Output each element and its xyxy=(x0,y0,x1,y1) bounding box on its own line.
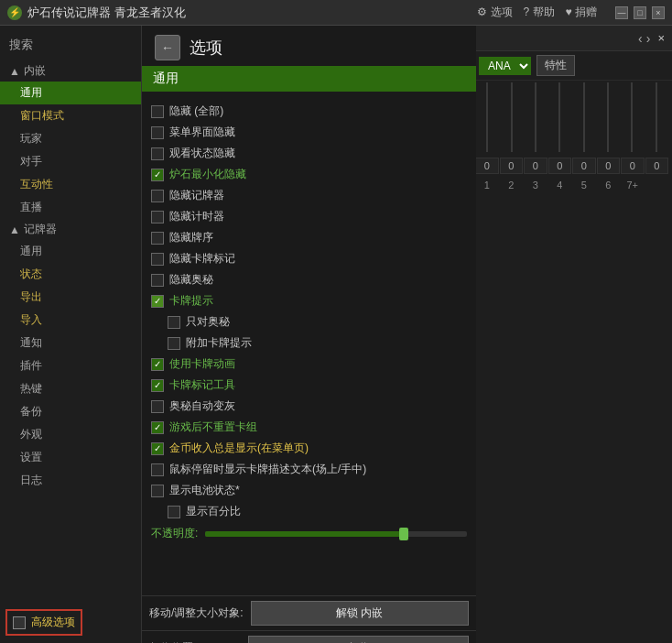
opacity-track[interactable] xyxy=(205,531,467,537)
section-header-embedded[interactable]: ▲ 内嵌 xyxy=(0,60,141,82)
sidebar-search[interactable]: 搜索 xyxy=(0,33,141,60)
sub-nav-arrows: ‹ › xyxy=(638,31,650,46)
sidebar-item-tracker-log[interactable]: 日志 xyxy=(0,469,141,492)
sidebar-item-tracker-notify[interactable]: 通知 xyxy=(0,332,141,354)
sidebar-item-tracker-status[interactable]: 状态 xyxy=(0,263,141,286)
sidebar-item-general[interactable]: 通用 xyxy=(0,82,141,104)
cb-row-card-hint: 卡牌提示 xyxy=(149,290,469,311)
cb-no-reset[interactable] xyxy=(151,421,164,434)
cb-row-hover-desc: 鼠标停留时显示卡牌描述文本(场上/手中) xyxy=(149,459,469,480)
count-7: 0 xyxy=(645,158,669,174)
cb-row-hide-mark: 隐藏卡牌标记 xyxy=(149,248,469,269)
cb-card-mark-tool[interactable] xyxy=(151,379,164,392)
cb-hide-order[interactable] xyxy=(151,232,164,245)
cb-hide-mark[interactable] xyxy=(151,253,164,266)
options-header: ← 选项 xyxy=(142,26,476,66)
cb-secret-gray[interactable] xyxy=(151,400,164,413)
advanced-label: 高级选项 xyxy=(31,615,75,630)
cb-label-only-secret: 只对奥秘 xyxy=(186,314,230,330)
cb-hide-timer[interactable] xyxy=(151,211,164,223)
sidebar-item-tracker-import[interactable]: 导入 xyxy=(0,309,141,332)
sidebar-item-window-mode[interactable]: 窗口模式 xyxy=(0,104,141,127)
sidebar-item-tracker-hotkey[interactable]: 热键 xyxy=(0,377,141,400)
menu-options[interactable]: ⚙ 选项 xyxy=(477,5,512,20)
maximize-button[interactable]: □ xyxy=(634,6,646,19)
cb-row-hide-all: 隐藏 (全部) xyxy=(149,101,469,122)
chart-bar-3 xyxy=(535,82,537,152)
sidebar-item-tracker-appearance[interactable]: 外观 xyxy=(0,423,141,446)
back-button[interactable]: ← xyxy=(155,35,180,60)
minimize-button[interactable]: — xyxy=(615,6,628,19)
sidebar-item-tracker-export[interactable]: 导出 xyxy=(0,286,141,309)
cb-extra-hint[interactable] xyxy=(168,337,180,350)
cb-hover-desc[interactable] xyxy=(151,463,164,476)
col-h-4: 4 xyxy=(548,178,572,192)
sidebar-item-player[interactable]: 玩家 xyxy=(0,127,141,150)
cb-row-extra-hint: 附加卡牌提示 xyxy=(149,332,469,354)
cb-card-anim[interactable] xyxy=(151,358,164,371)
cb-only-secret[interactable] xyxy=(168,316,180,329)
cb-spectate-hide[interactable] xyxy=(151,147,164,160)
cb-label-hide-order: 隐藏牌序 xyxy=(169,230,213,245)
cb-hide-secret[interactable] xyxy=(151,274,164,287)
unlock-button[interactable]: 解锁 内嵌 xyxy=(251,601,469,626)
cb-hide-all[interactable] xyxy=(151,105,164,118)
col-h-1: 1 xyxy=(475,178,499,192)
sidebar-item-interactivity[interactable]: 互动性 xyxy=(0,173,141,196)
cb-row-only-secret: 只对奥秘 xyxy=(149,311,469,332)
cb-gold-show[interactable] xyxy=(151,442,164,455)
sub-nav-right[interactable]: › xyxy=(646,31,651,46)
cb-label-hide-tracker: 隐藏记牌器 xyxy=(169,188,224,203)
col-h-5: 5 xyxy=(572,178,596,192)
cb-label-hide-all: 隐藏 (全部) xyxy=(169,104,223,119)
cb-row-card-mark-tool: 卡牌标记工具 xyxy=(149,375,469,396)
sidebar-item-tracker-general[interactable]: 通用 xyxy=(0,240,141,263)
cb-row-battery: 显示电池状态* xyxy=(149,480,469,501)
reset-button[interactable]: 复位 xyxy=(248,636,469,643)
card-chart xyxy=(471,81,672,154)
advanced-checkbox[interactable] xyxy=(13,616,26,629)
count-5: 0 xyxy=(597,158,621,174)
advanced-options-button[interactable]: 高级选项 xyxy=(5,609,82,636)
count-4: 0 xyxy=(572,158,596,174)
options-title: 选项 xyxy=(190,37,222,59)
cb-menu-hide[interactable] xyxy=(151,126,164,139)
action-row-move: 移动/调整大小对象: 解锁 内嵌 xyxy=(142,595,476,630)
sub-nav-close[interactable]: × xyxy=(657,31,665,45)
menu-donate[interactable]: ♥ 捐赠 xyxy=(566,5,597,20)
close-button[interactable]: × xyxy=(652,6,665,19)
cb-label-spectate-hide: 观看状态隐藏 xyxy=(169,146,235,161)
cb-row-menu-hide: 菜单界面隐藏 xyxy=(149,122,469,143)
cb-card-hint[interactable] xyxy=(151,295,164,308)
options-list: 隐藏 (全部) 菜单界面隐藏 观看状态隐藏 炉石最小化隐藏 隐藏记牌器 隐藏计时… xyxy=(142,97,476,595)
cb-hide-tracker[interactable] xyxy=(151,190,164,202)
cb-label-card-anim: 使用卡牌动画 xyxy=(169,356,235,372)
tracker-panel: ANA 特性 0 0 0 0 0 0 0 xyxy=(471,51,672,643)
sidebar-item-tracker-settings[interactable]: 设置 xyxy=(0,446,141,469)
section-header-tracker[interactable]: ▲ 记牌器 xyxy=(0,219,141,240)
cb-label-card-hint: 卡牌提示 xyxy=(169,293,213,309)
mana-select[interactable]: ANA xyxy=(479,57,531,75)
opacity-thumb[interactable] xyxy=(399,528,408,540)
cb-row-minimize-hide: 炉石最小化隐藏 xyxy=(149,164,469,185)
chart-bar-8 xyxy=(656,82,657,152)
cb-label-hide-secret: 隐藏奥秘 xyxy=(169,272,213,288)
cb-label-hover-desc: 鼠标停留时显示卡牌描述文本(场上/手中) xyxy=(169,462,366,477)
opacity-label: 不透明度: xyxy=(151,526,198,541)
sidebar-item-tracker-plugin[interactable]: 插件 xyxy=(0,354,141,377)
cb-row-no-reset: 游戏后不重置卡组 xyxy=(149,417,469,438)
cb-minimize-hide[interactable] xyxy=(151,169,164,181)
cb-battery[interactable] xyxy=(151,485,164,497)
sidebar-item-broadcast[interactable]: 直播 xyxy=(0,196,141,219)
sub-nav-left[interactable]: ‹ xyxy=(638,31,643,46)
section-arrow-embedded: ▲ xyxy=(9,65,20,78)
action-label-move: 移动/调整大小对象: xyxy=(149,605,244,621)
tracker-controls: ANA 特性 xyxy=(471,51,672,81)
sidebar-item-tracker-backup[interactable]: 备份 xyxy=(0,400,141,423)
sidebar-item-opponent[interactable]: 对手 xyxy=(0,150,141,173)
cb-percent[interactable] xyxy=(168,506,180,518)
traits-button[interactable]: 特性 xyxy=(537,55,575,76)
menu-help[interactable]: ? 帮助 xyxy=(524,5,555,20)
cb-label-hide-timer: 隐藏计时器 xyxy=(169,209,224,224)
cb-label-percent: 显示百分比 xyxy=(186,504,241,519)
